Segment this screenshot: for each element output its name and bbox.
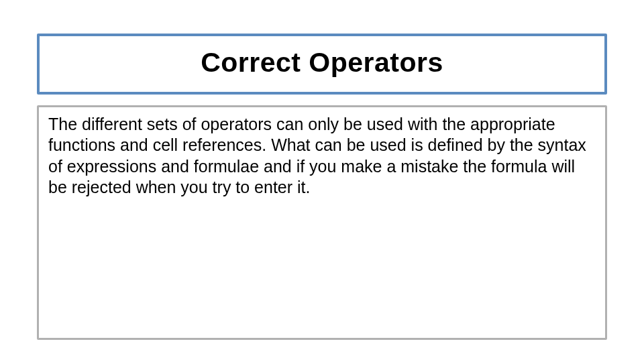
body-container: The different sets of operators can only… bbox=[37, 105, 607, 340]
slide-body-text: The different sets of operators can only… bbox=[48, 114, 596, 198]
title-container: Correct Operators bbox=[37, 34, 607, 95]
slide-title: Correct Operators bbox=[40, 47, 604, 78]
